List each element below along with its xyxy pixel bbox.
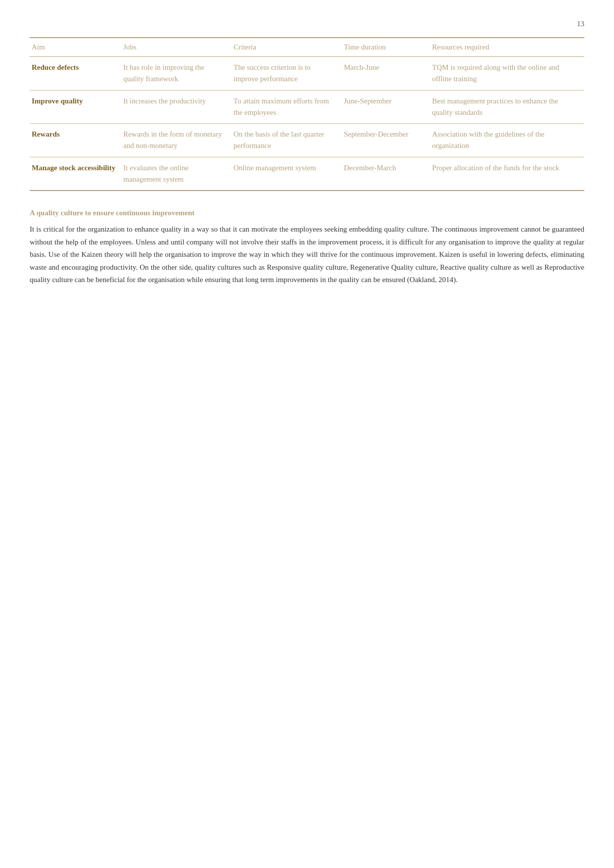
cell-resources-1: TQM is required along with the online an… [430,57,584,91]
header-jobs: Jobs [121,38,232,57]
cell-resources-3: Association with the guidelines of the o… [430,124,584,157]
cell-criteria-4: Online management system [232,157,342,191]
header-resources: Resources required [430,38,584,57]
cell-resources-2: Best management practices to enhance the… [430,90,584,124]
header-time: Time duration [342,38,430,57]
cell-aim-3: Rewards [30,124,121,157]
cell-criteria-2: To attain maximum efforts from the emplo… [232,90,342,124]
cell-aim-4: Manage stock accessibility [30,157,121,191]
cell-jobs-1: It has role in improving the quality fra… [121,57,232,91]
main-table: Aim Jobs Criteria Time duration Resource… [30,37,584,191]
table-row: Reduce defects It has role in improving … [30,57,584,91]
table-row: Rewards Rewards in the form of monetary … [30,124,584,157]
cell-aim-2: Improve quality [30,90,121,124]
cell-jobs-3: Rewards in the form of monetary and non-… [121,124,232,157]
table-row: Manage stock accessibility It evaluates … [30,157,584,191]
header-aim: Aim [30,38,121,57]
cell-time-4: December-March [342,157,430,191]
cell-time-1: March-June [342,57,430,91]
header-criteria: Criteria [232,38,342,57]
cell-criteria-3: On the basis of the last quarter perform… [232,124,342,157]
page-number: 13 [30,20,584,28]
cell-jobs-4: It evaluates the online management syste… [121,157,232,191]
body-paragraph: It is critical for the organization to e… [30,223,584,287]
section-heading: A quality culture to ensure continuous i… [30,209,584,217]
cell-aim-1: Reduce defects [30,57,121,91]
cell-time-3: September-December [342,124,430,157]
table-row: Improve quality It increases the product… [30,90,584,124]
table-header-row: Aim Jobs Criteria Time duration Resource… [30,38,584,57]
cell-jobs-2: It increases the productivity [121,90,232,124]
cell-resources-4: Proper allocation of the funds for the s… [430,157,584,191]
cell-time-2: June-September [342,90,430,124]
cell-criteria-1: The success criterion is to improve perf… [232,57,342,91]
